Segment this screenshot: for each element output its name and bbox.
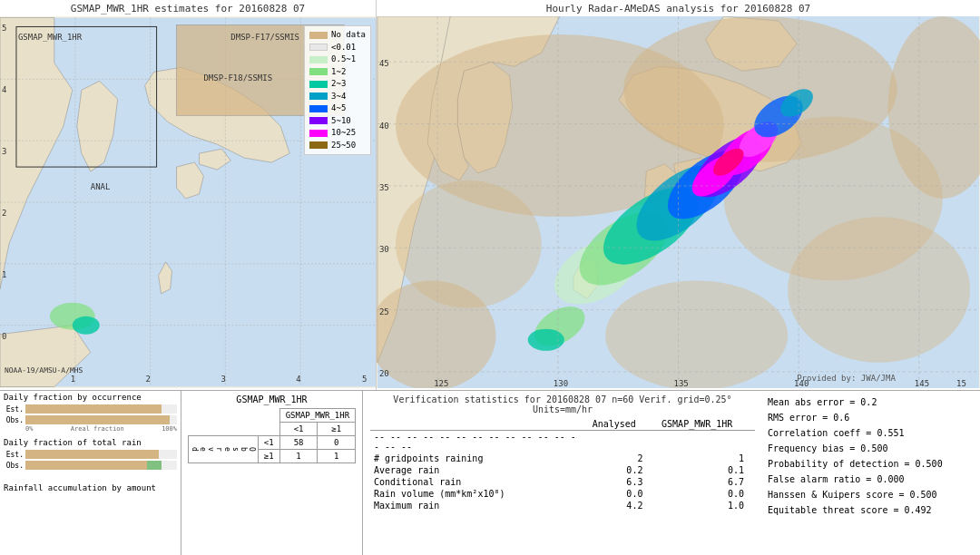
stats-avgrain-gsmap: 0.1 <box>646 464 755 476</box>
svg-text:2: 2 <box>146 375 151 384</box>
stats-maxrain-gsmap: 1.0 <box>646 500 755 511</box>
svg-text:4: 4 <box>296 375 300 384</box>
stats-col-blank <box>370 418 582 431</box>
obs-row-header: Observed <box>188 436 258 463</box>
left-title: GSMAP_MWR_1HR estimates for 20160828 07 <box>0 0 376 16</box>
stat-equitable-threat: Equitable threat score = 0.492 <box>768 502 975 518</box>
right-title: Hourly Radar-AMeDAS analysis for 2016082… <box>377 0 980 16</box>
svg-point-13 <box>73 316 100 335</box>
legend-color-05-1 <box>309 56 328 63</box>
svg-text:25: 25 <box>379 307 389 316</box>
legend-no-data: No data <box>309 29 366 42</box>
cell-11: 58 <box>279 436 318 450</box>
main-container: GSMAP_MWR_1HR estimates for 20160828 07 <box>0 0 980 555</box>
stat-pod: Probability of detection = 0.500 <box>768 456 975 472</box>
verif-header: Verification statistics for 20160828 07 … <box>370 394 755 414</box>
legend-color-5-10 <box>309 117 328 124</box>
svg-text:4: 4 <box>2 85 6 94</box>
stats-maxrain-label: Maximum rain <box>370 500 582 511</box>
stats-avgrain-analysed: 0.2 <box>582 464 646 476</box>
svg-text:20: 20 <box>379 369 389 378</box>
right-map-area: 45 40 35 30 25 20 125 130 135 140 145 15… <box>377 16 980 388</box>
obs-bar-fill-2a <box>25 461 147 470</box>
stat-rms-error: RMS error = 0.6 <box>768 410 975 425</box>
svg-text:1: 1 <box>71 375 75 384</box>
stat-hanssen-kuipers: Hanssen & Kuipers score = 0.500 <box>768 487 975 502</box>
stats-gridpoints-gsmap: 1 <box>646 453 755 464</box>
svg-text:30: 30 <box>379 245 389 254</box>
stats-condrain-analysed: 6.3 <box>582 476 646 488</box>
obs-bar-wrapper-2 <box>25 461 177 470</box>
contingency-col-header: GSMAP_MWR_1HR <box>279 409 355 423</box>
stat-false-alarm-ratio: False alarm ratio = 0.000 <box>768 472 975 487</box>
svg-text:2: 2 <box>2 209 6 218</box>
legend-3-4: 3~4 <box>309 91 366 103</box>
legend-2-3: 2~3 <box>309 78 366 91</box>
obs-label-1: Obs. <box>4 416 24 424</box>
obs-bar-fill-2b <box>147 461 162 470</box>
legend-5-10: 5~10 <box>309 115 366 128</box>
est-label-2: Est. <box>4 451 24 459</box>
est-bar-fill-2 <box>25 450 159 459</box>
svg-text:DMSP-F18/SSMIS: DMSP-F18/SSMIS <box>203 73 272 83</box>
legend-color-4-5 <box>309 105 328 112</box>
bottom-left-charts: Daily fraction by occurrence Est. Obs. 0… <box>0 391 181 555</box>
top-row: GSMAP_MWR_1HR estimates for 20160828 07 <box>0 0 980 390</box>
contingency-table: GSMAP_MWR_1HR <1 ≥1 Observed <1 58 0 <box>188 408 356 463</box>
stats-condrain-gsmap: 6.7 <box>646 476 755 488</box>
row-ge1-header: ≥1 <box>258 450 279 463</box>
color-legend: No data <0.01 0.5~1 1~2 <box>304 25 371 155</box>
est-label-1: Est. <box>4 405 24 414</box>
stats-row-avgrain: Average rain 0.2 0.1 <box>370 464 755 476</box>
stats-avgrain-label: Average rain <box>370 464 582 476</box>
svg-text:125: 125 <box>434 379 448 388</box>
stats-row-0: -- -- -- -- -- -- -- -- -- -- -- -- -- -… <box>370 431 755 453</box>
est-bar-wrapper-1 <box>25 404 177 414</box>
left-map-area: 5 4 3 2 1 0 1 2 3 4 5 GSMAP_MWR_1HR DMSP… <box>0 16 376 388</box>
stats-label-0: -- -- -- -- -- -- -- -- -- -- -- -- -- -… <box>370 431 582 453</box>
legend-4-5: 4~5 <box>309 102 366 115</box>
stats-table: Analysed GSMAP_MWR_1HR -- -- -- -- -- --… <box>370 418 755 511</box>
stats-row-gridpoints: # gridpoints raining 2 1 <box>370 453 755 464</box>
left-panel: GSMAP_MWR_1HR estimates for 20160828 07 <box>0 0 377 390</box>
right-stats-section: Mean abs error = 0.2 RMS error = 0.6 Cor… <box>762 391 980 555</box>
stats-gridpoints-analysed: 2 <box>582 453 646 464</box>
obs-bar-row-2: Obs. <box>4 460 177 471</box>
stats-row-condrain: Conditional rain 6.3 6.7 <box>370 476 755 488</box>
chart2-label: Daily fraction of total rain <box>4 438 177 447</box>
legend-1-2: 1~2 <box>309 66 366 79</box>
svg-text:NOAA-19/AMSU-A/MHS: NOAA-19/AMSU-A/MHS <box>5 366 83 375</box>
cell-22: 1 <box>318 450 356 463</box>
est-bar-row-2: Est. <box>4 449 177 460</box>
est-bar-row-1: Est. <box>4 404 177 414</box>
stats-gridpoints-label: # gridpoints raining <box>370 453 582 464</box>
svg-point-36 <box>605 280 788 388</box>
svg-point-37 <box>788 217 970 363</box>
svg-text:DMSP-F17/SSMIS: DMSP-F17/SSMIS <box>230 33 299 42</box>
legend-25-50: 25~50 <box>309 140 366 152</box>
svg-text:1: 1 <box>2 270 6 279</box>
col-lt1-header: <1 <box>279 423 318 436</box>
legend-color-10-25 <box>309 130 328 137</box>
right-panel: Hourly Radar-AMeDAS analysis for 2016082… <box>377 0 980 390</box>
svg-text:15: 15 <box>956 379 966 388</box>
stat-corr-coeff: Correlation coeff = 0.551 <box>768 425 975 441</box>
est-bar-wrapper-2 <box>25 450 177 459</box>
svg-text:5: 5 <box>2 24 6 33</box>
svg-text:40: 40 <box>379 122 389 131</box>
svg-point-52 <box>528 329 564 351</box>
legend-color-3-4 <box>309 92 328 100</box>
bar-axis-1: 0% Areal fraction 100% <box>25 425 177 433</box>
legend-05-1: 0.5~1 <box>309 54 366 66</box>
legend-color-2-3 <box>309 81 328 88</box>
svg-text:5: 5 <box>362 375 367 384</box>
col-ge1-header: ≥1 <box>318 423 356 436</box>
stats-row-maxrain: Maximum rain 4.2 1.0 <box>370 500 755 511</box>
svg-text:Provided by: JWA/JMA: Provided by: JWA/JMA <box>797 374 896 383</box>
obs-bar-row-1: Obs. <box>4 414 177 425</box>
obs-bar-fill-1 <box>25 415 170 424</box>
stats-volume-analysed: 0.0 <box>582 488 646 500</box>
row-lt1-header: <1 <box>258 436 279 450</box>
svg-text:35: 35 <box>379 183 389 192</box>
right-map-svg: 45 40 35 30 25 20 125 130 135 140 145 15… <box>377 16 980 388</box>
